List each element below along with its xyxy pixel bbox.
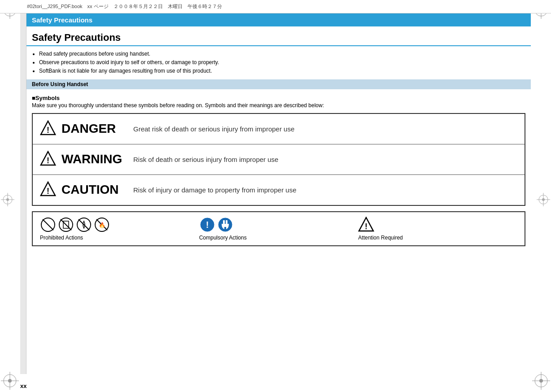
dwc-table: ! DANGER Great risk of death or serious … — [32, 113, 525, 206]
svg-text:!: ! — [47, 156, 49, 165]
svg-rect-45 — [224, 227, 226, 230]
prohibited-label: Prohibited Actions — [40, 235, 83, 241]
sub-section-header: Before Using Handset — [26, 79, 531, 89]
file-info-text: #02tori__J295_PDF.book xx ページ ２００８年５月２２日… — [27, 3, 222, 10]
intro-bullets: Read safety precautions before using han… — [26, 50, 531, 79]
symbols-desc: Make sure you thoroughly understand thes… — [26, 102, 531, 113]
compulsory-label: Compulsory Actions — [199, 235, 247, 241]
mid-mark-right — [537, 193, 550, 208]
svg-text:!: ! — [47, 126, 49, 135]
compulsory-icons: ! — [199, 217, 233, 233]
bullet-2: Observe precautions to avoid injury to s… — [39, 58, 525, 67]
prohibited-group: 🔥 Prohibited Actions — [40, 217, 199, 241]
svg-text:🔥: 🔥 — [99, 222, 105, 228]
danger-row: ! DANGER Great risk of death or serious … — [33, 114, 525, 144]
attention-icons: ! — [358, 217, 374, 233]
svg-text:!: ! — [206, 220, 209, 230]
symbols-row-table: 🔥 Prohibited Actions ! — [32, 211, 525, 246]
section-header: Safety Precautions — [26, 13, 531, 26]
caution-label: CAUTION — [61, 183, 133, 197]
danger-icon: ! — [40, 120, 61, 138]
attention-group: ! Attention Required — [358, 217, 517, 241]
corner-mark-bl — [1, 372, 19, 391]
warning-icon: ! — [40, 151, 61, 168]
danger-label: DANGER — [61, 122, 133, 136]
svg-text:!: ! — [365, 222, 367, 231]
bullet-1: Read safety precautions before using han… — [39, 50, 525, 58]
svg-text:!: ! — [47, 187, 49, 196]
danger-desc: Great risk of death or serious injury fr… — [133, 125, 294, 133]
symbols-heading: ■Symbols — [26, 93, 531, 102]
caution-desc: Risk of injury or damage to property fro… — [133, 186, 296, 194]
main-content: Safety Precautions Safety Precautions Re… — [20, 13, 531, 374]
page-number: xx — [20, 383, 26, 389]
warning-label: WARNING — [61, 152, 133, 166]
svg-line-31 — [43, 219, 53, 230]
warning-row: ! WARNING Risk of death or serious injur… — [33, 144, 525, 175]
svg-rect-43 — [223, 220, 225, 224]
top-bar: #02tori__J295_PDF.book xx ページ ２００８年５月２２日… — [0, 0, 551, 13]
page-title: Safety Precautions — [26, 26, 531, 46]
caution-icon: ! — [40, 181, 61, 199]
mid-mark-left — [1, 193, 14, 208]
corner-mark-br — [532, 372, 550, 391]
prohibited-icons: 🔥 — [40, 217, 110, 233]
caution-row: ! CAUTION Risk of injury or damage to pr… — [33, 175, 525, 205]
bullet-3: SoftBank is not liable for any damages r… — [39, 67, 525, 75]
svg-rect-44 — [226, 220, 227, 224]
compulsory-group: ! Compulsory Actions — [199, 217, 359, 241]
attention-label: Attention Required — [358, 235, 402, 241]
warning-desc: Risk of death or serious injury from imp… — [133, 156, 278, 163]
